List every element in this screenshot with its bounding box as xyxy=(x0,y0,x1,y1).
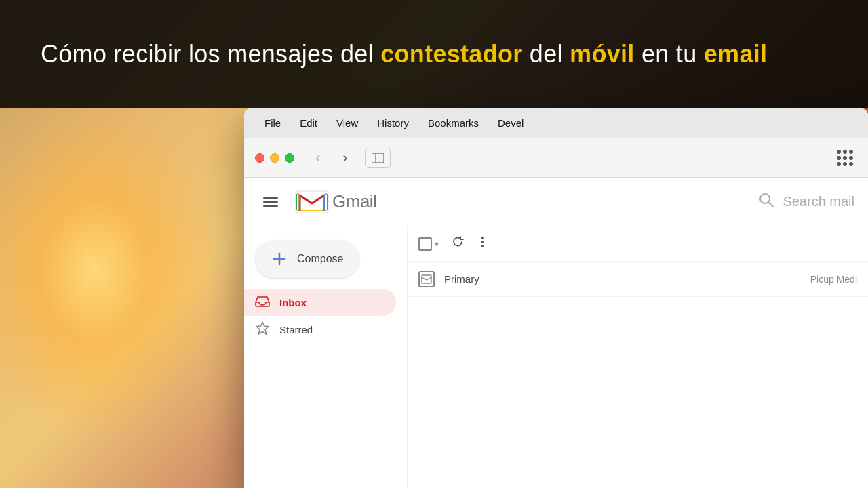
banner-text: Cómo recibir los mensajes del contestado… xyxy=(41,40,767,68)
vertical-dots-icon xyxy=(481,235,484,249)
hamburger-menu-button[interactable] xyxy=(258,192,283,212)
menu-file[interactable]: File xyxy=(264,117,281,129)
hamburger-icon xyxy=(263,197,278,199)
star-icon xyxy=(255,321,270,339)
maximize-button[interactable] xyxy=(285,153,294,163)
inbox-icon xyxy=(255,295,270,310)
refresh-icon xyxy=(451,235,465,249)
svg-rect-0 xyxy=(372,153,384,163)
select-checkbox[interactable]: ▾ xyxy=(418,237,439,251)
menu-edit[interactable]: Edit xyxy=(300,117,317,129)
gmail-logo: Gmail xyxy=(294,188,376,216)
svg-rect-12 xyxy=(422,275,431,283)
menu-bookmarks[interactable]: Bookmarks xyxy=(428,117,479,129)
compose-button[interactable]: Compose xyxy=(255,240,359,278)
banner-highlight2: móvil xyxy=(570,40,635,68)
gmail-header: Gmail Search mail xyxy=(244,178,868,226)
gmail-area: Gmail Search mail xyxy=(244,178,868,488)
banner-text-before: Cómo recibir los mensajes del xyxy=(41,40,380,68)
banner-highlight3: email xyxy=(704,40,768,68)
menu-history[interactable]: History xyxy=(377,117,409,129)
hamburger-icon xyxy=(263,205,278,207)
main-toolbar: ▾ xyxy=(408,226,868,262)
sidebar-item-inbox[interactable]: Inbox xyxy=(244,289,396,316)
primary-icon xyxy=(418,271,435,287)
apps-grid-button[interactable] xyxy=(833,146,857,170)
forward-icon: › xyxy=(342,149,347,167)
grid-dots-icon xyxy=(837,150,853,166)
top-banner: Cómo recibir los mensajes del contestado… xyxy=(0,0,868,108)
menu-view[interactable]: View xyxy=(336,117,358,129)
checkbox-icon xyxy=(418,237,432,251)
banner-highlight1: contestador xyxy=(380,40,522,68)
gmail-main: ▾ xyxy=(407,226,868,488)
mac-window: File Edit View History Bookmarks Devel ‹… xyxy=(244,108,868,488)
starred-label: Starred xyxy=(279,324,313,336)
menu-bar: File Edit View History Bookmarks Devel xyxy=(244,108,868,138)
browser-toolbar: ‹ › xyxy=(244,138,868,178)
traffic-lights xyxy=(255,153,294,163)
sidebar-item-starred[interactable]: Starred xyxy=(244,316,407,343)
compose-label: Compose xyxy=(297,253,343,265)
more-options-button[interactable] xyxy=(477,231,488,256)
primary-tab-row: Primary Picup Medi xyxy=(408,262,868,297)
search-placeholder-text: Search mail xyxy=(783,194,854,209)
primary-label: Primary xyxy=(444,273,479,285)
banner-text-mid1: del xyxy=(523,40,570,68)
gmail-label: Gmail xyxy=(332,191,376,212)
sidebar-icon xyxy=(372,153,384,163)
svg-point-10 xyxy=(481,241,484,243)
menu-devel[interactable]: Devel xyxy=(498,117,524,129)
hamburger-icon xyxy=(263,201,278,203)
back-button[interactable]: ‹ xyxy=(308,148,328,168)
svg-line-6 xyxy=(769,202,774,207)
back-icon: ‹ xyxy=(315,149,320,167)
sidebar-toggle-button[interactable] xyxy=(365,148,391,168)
search-icon xyxy=(758,192,774,212)
inbox-label: Inbox xyxy=(279,297,307,308)
gmail-m-icon xyxy=(294,188,330,216)
minimize-button[interactable] xyxy=(270,153,279,163)
gmail-content: Compose Inbox xyxy=(244,226,868,488)
refresh-button[interactable] xyxy=(447,231,469,256)
banner-text-mid2: en tu xyxy=(635,40,704,68)
svg-point-11 xyxy=(481,245,484,247)
close-button[interactable] xyxy=(255,153,264,163)
search-area[interactable]: Search mail xyxy=(758,192,854,212)
forward-button[interactable]: › xyxy=(335,148,355,168)
gmail-sidebar: Compose Inbox xyxy=(244,226,407,488)
dropdown-arrow-icon: ▾ xyxy=(435,239,439,249)
compose-plus-icon xyxy=(271,251,288,267)
picup-text: Picup Medi xyxy=(810,274,857,285)
svg-point-9 xyxy=(481,237,484,239)
